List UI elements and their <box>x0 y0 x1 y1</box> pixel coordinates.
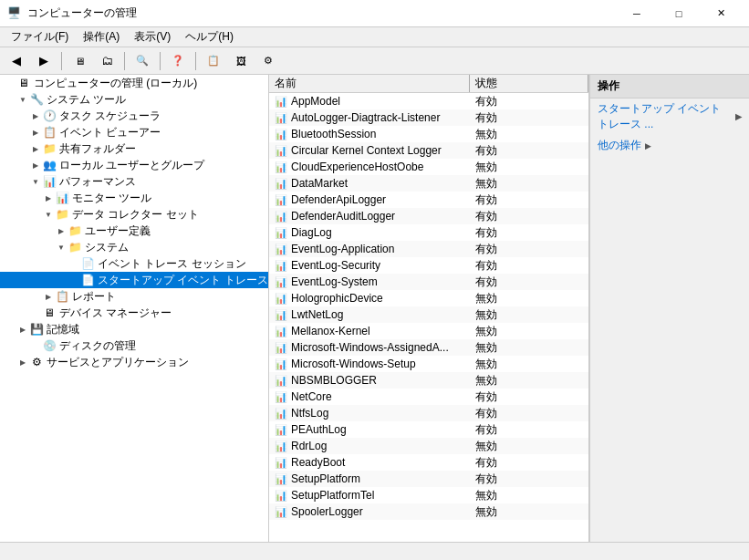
list-item[interactable]: 📊NBSMBLOGGER無効 <box>269 372 588 389</box>
expand-btn-task-scheduler[interactable]: ▶ <box>29 109 42 122</box>
tree-item-root[interactable]: 🖥コンピューターの管理 (ローカル) <box>0 75 268 91</box>
tree-icon-shared-folders: 📁 <box>42 141 57 156</box>
list-item[interactable]: 📊CloudExperienceHostOobe無効 <box>269 159 588 175</box>
list-item[interactable]: 📊DataMarket無効 <box>269 175 588 192</box>
list-item[interactable]: 📊AutoLogger-Diagtrack-Listener有効 <box>269 109 588 126</box>
expand-btn-performance[interactable]: ▼ <box>29 175 42 188</box>
other-operations-action[interactable]: 他の操作 ▶ <box>590 135 749 156</box>
minimize-button[interactable]: ─ <box>616 0 658 27</box>
expand-btn-user-defined[interactable]: ▶ <box>55 224 68 237</box>
list-item-name-text: AppModel <box>291 95 340 108</box>
list-item[interactable]: 📊PEAuthLog有効 <box>269 421 588 438</box>
tree-item-startup-trace[interactable]: 📄スタートアップ イベント トレース セッション <box>0 272 268 288</box>
list-cell-status: 有効 <box>470 405 588 422</box>
list-item[interactable]: 📊LwtNetLog無効 <box>269 306 588 323</box>
list-item-name-text: DefenderApiLogger <box>291 193 386 206</box>
tree-label-performance: パフォーマンス <box>59 174 136 190</box>
toolbar-sep-3 <box>160 52 161 70</box>
close-button[interactable]: ✕ <box>700 0 742 27</box>
export-button[interactable]: 📋 <box>201 50 226 72</box>
tree-item-task-scheduler[interactable]: ▶🕐タスク スケジューラ <box>0 108 268 124</box>
tree-item-system-tools[interactable]: ▼🔧システム ツール <box>0 91 268 108</box>
expand-btn-shared-folders[interactable]: ▶ <box>29 142 42 155</box>
expand-btn-system[interactable]: ▼ <box>55 241 68 254</box>
list-cell-name: 📊DefenderAuditLogger <box>269 209 470 223</box>
list-item[interactable]: 📊SetupPlatformTel無効 <box>269 487 588 503</box>
list-item[interactable]: 📊Circular Kernel Context Logger有効 <box>269 142 588 159</box>
list-item[interactable]: 📊DiagLog有効 <box>269 224 588 241</box>
tree-label-root: コンピューターの管理 (ローカル) <box>34 76 197 91</box>
tree-item-user-defined[interactable]: ▶📁ユーザー定義 <box>0 223 268 239</box>
forward-button[interactable]: ▶ <box>31 50 57 72</box>
expand-btn-event-viewer[interactable]: ▶ <box>29 126 42 139</box>
expand-btn-local-users[interactable]: ▶ <box>29 159 42 171</box>
col-header-status[interactable]: 状態 <box>470 75 588 92</box>
list-cell-name: 📊SetupPlatform <box>269 472 470 486</box>
list-item[interactable]: 📊RdrLog無効 <box>269 438 588 454</box>
help-button[interactable]: ❓ <box>165 50 191 72</box>
list-item[interactable]: 📊EventLog-Security有効 <box>269 257 588 274</box>
menu-action[interactable]: 操作(A) <box>76 27 127 47</box>
tree-item-reports[interactable]: ▶📋レポート <box>0 288 268 305</box>
list-item[interactable]: 📊DefenderAuditLogger有効 <box>269 208 588 224</box>
tree-item-device-manager[interactable]: 🖥デバイス マネージャー <box>0 305 268 321</box>
list-cell-name: 📊DiagLog <box>269 225 470 240</box>
menu-view[interactable]: 表示(V) <box>127 27 178 47</box>
view-button[interactable]: 🖼 <box>228 50 254 72</box>
expand-btn-device-manager <box>29 306 42 319</box>
tree-item-storage[interactable]: ▶💾記憶域 <box>0 321 268 337</box>
expand-btn-services[interactable]: ▶ <box>16 356 29 368</box>
expand-btn-monitor-tools[interactable]: ▶ <box>42 192 55 204</box>
list-cell-name: 📊LwtNetLog <box>269 307 470 322</box>
list-item[interactable]: 📊DefenderApiLogger有効 <box>269 192 588 208</box>
list-item[interactable]: 📊NetCore有効 <box>269 389 588 405</box>
tree-item-shared-folders[interactable]: ▶📁共有フォルダー <box>0 140 268 157</box>
list-cell-status: 無効 <box>470 438 588 455</box>
list-item[interactable]: 📊Mellanox-Kernel無効 <box>269 323 588 339</box>
computer-button[interactable]: 🖥 <box>67 50 92 72</box>
action-section-startup[interactable]: スタートアップ イベント トレース ... ▶ <box>590 99 749 135</box>
tree-item-monitor-tools[interactable]: ▶📊モニター ツール <box>0 190 268 206</box>
tree-item-services[interactable]: ▶⚙サービスとアプリケーション <box>0 354 268 370</box>
maximize-button[interactable]: □ <box>658 0 700 27</box>
list-item[interactable]: 📊EventLog-System有効 <box>269 274 588 290</box>
list-item[interactable]: 📊SpoolerLogger無効 <box>269 503 588 520</box>
tree-item-data-collector[interactable]: ▼📁データ コレクター セット <box>0 206 268 223</box>
expand-btn-storage[interactable]: ▶ <box>16 323 29 336</box>
menu-help[interactable]: ヘルプ(H) <box>178 27 241 47</box>
list-item[interactable]: 📊AppModel有効 <box>269 93 588 109</box>
list-item[interactable]: 📊SetupPlatform有効 <box>269 471 588 487</box>
list-item[interactable]: 📊Microsoft-Windows-AssignedA...無効 <box>269 339 588 356</box>
settings-button[interactable]: ⚙ <box>255 50 281 72</box>
tree-icon-task-scheduler: 🕐 <box>42 109 57 123</box>
tree-item-system[interactable]: ▼📁システム <box>0 239 268 255</box>
list-item[interactable]: 📊HologrophicDevice無効 <box>269 290 588 306</box>
expand-btn-data-collector[interactable]: ▼ <box>42 208 55 221</box>
tree-item-performance[interactable]: ▼📊パフォーマンス <box>0 173 268 190</box>
tree-icon-root: 🖥 <box>16 76 31 90</box>
list-item[interactable]: 📊Microsoft-Windows-Setup無効 <box>269 356 588 372</box>
tree-item-local-users[interactable]: ▶👥ローカル ユーザーとグループ <box>0 157 268 173</box>
toolbar: ◀ ▶ 🖥 🗂 🔍 ❓ 📋 🖼 ⚙ <box>0 47 749 75</box>
list-item[interactable]: 📊EventLog-Application有効 <box>269 241 588 257</box>
list-scroll[interactable]: 📊AppModel有効📊AutoLogger-Diagtrack-Listene… <box>269 93 588 542</box>
col-header-name[interactable]: 名前 <box>269 75 470 92</box>
list-cell-status: 有効 <box>470 109 588 127</box>
expand-btn-reports[interactable]: ▶ <box>42 290 55 303</box>
list-item[interactable]: 📊ReadyBoot有効 <box>269 454 588 471</box>
find-button[interactable]: 🔍 <box>130 50 155 72</box>
list-item[interactable]: 📊NtfsLog有効 <box>269 405 588 421</box>
list-item-icon: 📊 <box>275 111 287 124</box>
expand-btn-system-tools[interactable]: ▼ <box>16 93 29 106</box>
back-button[interactable]: ◀ <box>4 50 29 72</box>
menu-file[interactable]: ファイル(F) <box>4 27 76 47</box>
tree-item-event-viewer[interactable]: ▶📋イベント ビューアー <box>0 124 268 140</box>
list-item-name-text: ReadyBoot <box>291 456 345 469</box>
tree-item-event-trace[interactable]: 📄イベント トレース セッション <box>0 255 268 272</box>
tree-item-disk-mgmt[interactable]: 💿ディスクの管理 <box>0 337 268 354</box>
tree-label-event-viewer: イベント ビューアー <box>59 125 161 140</box>
up-button[interactable]: 🗂 <box>94 50 120 72</box>
list-cell-status: 無効 <box>470 306 588 324</box>
list-item[interactable]: 📊BluetoothSession無効 <box>269 126 588 142</box>
list-cell-name: 📊HologrophicDevice <box>269 291 470 306</box>
